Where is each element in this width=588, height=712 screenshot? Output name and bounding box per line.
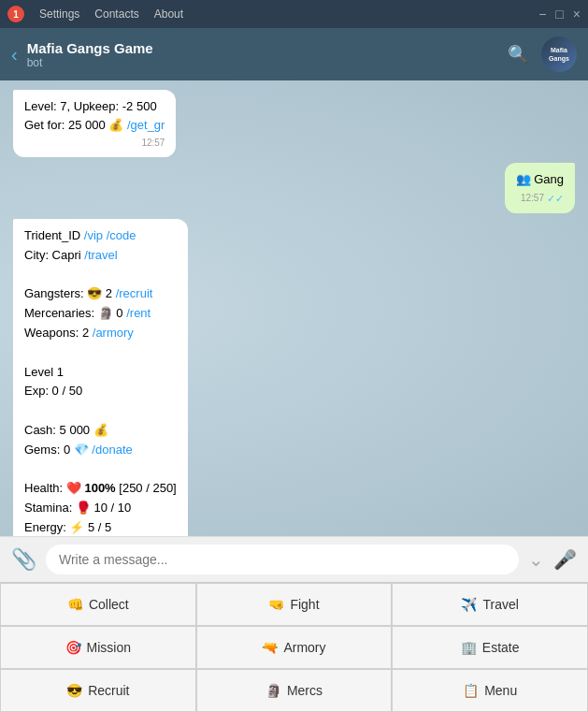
menu-about[interactable]: About (154, 7, 183, 21)
title-bar-controls: − □ × (538, 7, 581, 22)
chat-header: ‹ Mafia Gangs Game bot 🔍 MafiaGangs (0, 28, 588, 80)
donate-link[interactable]: /donate (92, 443, 132, 457)
search-icon[interactable]: 🔍 (508, 44, 528, 65)
mercs-button[interactable]: 🗿 Mercs (196, 669, 393, 712)
close-button[interactable]: × (573, 7, 581, 22)
gems-line: Gems: 0 💎 /donate (24, 441, 177, 460)
chat-info: Mafia Gangs Game bot (27, 40, 508, 69)
menu-emoji: 📋 (463, 683, 479, 698)
recruit-button[interactable]: 😎 Recruit (0, 669, 196, 712)
mercs-emoji: 🗿 (265, 683, 281, 698)
collect-button[interactable]: 👊 Collect (0, 583, 196, 626)
estate-emoji: 🏢 (461, 640, 477, 655)
bubble-left-status: Trident_ID /vip /code City: Capri /trave… (13, 219, 188, 536)
app-icon: 1 (7, 6, 24, 22)
menu-contacts[interactable]: Contacts (94, 7, 138, 21)
health-line: Health: ❤️ 100% [250 / 250] (24, 479, 177, 499)
read-checkmark: ✓✓ (547, 191, 564, 207)
exp-line: Exp: 0 / 50 (24, 382, 177, 401)
bubble-left-1: Level: 7, Upkeep: -2 500 Get for: 25 000… (13, 90, 176, 157)
message-input[interactable] (46, 545, 519, 574)
title-bar-left: 1 Settings Contacts About (7, 6, 183, 22)
get-gr-link[interactable]: /get_gr (127, 118, 165, 132)
header-icons: 🔍 MafiaGangs (508, 36, 577, 72)
recruit-label: Recruit (88, 683, 129, 698)
menu-settings[interactable]: Settings (39, 7, 79, 21)
collect-emoji: 👊 (67, 597, 83, 612)
title-bar-menu: Settings Contacts About (39, 7, 183, 21)
cash-line: Cash: 5 000 💰 (24, 421, 177, 441)
code-link[interactable]: /code (107, 228, 136, 242)
attach-icon[interactable]: 📎 (11, 547, 36, 572)
input-area: 📎 ⌄ 🎤 (0, 536, 588, 582)
gang-text: 👥 Gang (516, 170, 564, 189)
bubble-time: 12:57 (24, 136, 165, 150)
title-bar: 1 Settings Contacts About − □ × (0, 0, 588, 28)
avatar: MafiaGangs (541, 36, 577, 72)
msg-line: Get for: 25 000 💰 /get_gr (24, 116, 165, 135)
collect-label: Collect (89, 597, 129, 612)
message-1: Level: 7, Upkeep: -2 500 Get for: 25 000… (13, 90, 575, 157)
minimize-button[interactable]: − (538, 7, 546, 22)
message-gang: 👥 Gang 12:57 ✓✓ (13, 163, 575, 213)
chevron-down-icon[interactable]: ⌄ (528, 548, 544, 571)
estate-label: Estate (482, 640, 520, 655)
energy-line: Energy: ⚡ 5 / 5 (24, 518, 177, 536)
fight-button[interactable]: 🤜 Fight (196, 583, 393, 626)
menu-button[interactable]: 📋 Menu (392, 669, 588, 712)
bubble-right-gang: 👥 Gang 12:57 ✓✓ (505, 163, 575, 213)
mercs-label: Mercs (287, 683, 323, 698)
mission-button[interactable]: 🎯 Mission (0, 626, 196, 669)
travel-emoji: ✈️ (461, 597, 477, 612)
armory-label: Armory (283, 640, 325, 655)
vip-link[interactable]: /vip (84, 228, 103, 242)
stamina-line: Stamina: 🥊 10 / 10 (24, 499, 177, 518)
gangsters-line: Gangsters: 😎 2 /recruit (24, 284, 177, 304)
bubble-time-gang: 12:57 ✓✓ (516, 191, 564, 207)
maximize-button[interactable]: □ (555, 7, 563, 22)
mission-label: Mission (87, 640, 131, 655)
travel-button[interactable]: ✈️ Travel (392, 583, 588, 626)
recruit-link[interactable]: /recruit (116, 286, 153, 300)
city-line: City: Capri /travel (24, 246, 177, 266)
recruit-emoji: 😎 (66, 683, 82, 698)
trident-line: Trident_ID /vip /code (24, 226, 177, 246)
quick-actions: 👊 Collect 🤜 Fight ✈️ Travel 🎯 Mission 🔫 … (0, 582, 588, 712)
mercs-line: Mercenaries: 🗿 0 /rent (24, 304, 177, 324)
armory-link[interactable]: /armory (93, 326, 134, 340)
level-line: Level 1 (24, 363, 177, 383)
mission-emoji: 🎯 (65, 640, 81, 655)
message-status: Trident_ID /vip /code City: Capri /trave… (13, 219, 575, 536)
armory-emoji: 🔫 (262, 640, 278, 655)
rent-link[interactable]: /rent (126, 306, 151, 320)
menu-label: Menu (484, 683, 517, 698)
chat-subtitle: bot (27, 56, 508, 69)
armory-button[interactable]: 🔫 Armory (196, 626, 393, 669)
estate-button[interactable]: 🏢 Estate (392, 626, 588, 669)
mic-icon[interactable]: 🎤 (553, 548, 577, 571)
travel-label: Travel (482, 597, 518, 612)
chat-title: Mafia Gangs Game (27, 40, 508, 56)
fight-emoji: 🤜 (268, 597, 284, 612)
chat-area: Level: 7, Upkeep: -2 500 Get for: 25 000… (0, 80, 588, 536)
back-button[interactable]: ‹ (11, 44, 18, 65)
msg-line: Level: 7, Upkeep: -2 500 (24, 97, 165, 116)
weapons-line: Weapons: 2 /armory (24, 324, 177, 343)
travel-link[interactable]: /travel (84, 248, 117, 262)
fight-label: Fight (290, 597, 319, 612)
